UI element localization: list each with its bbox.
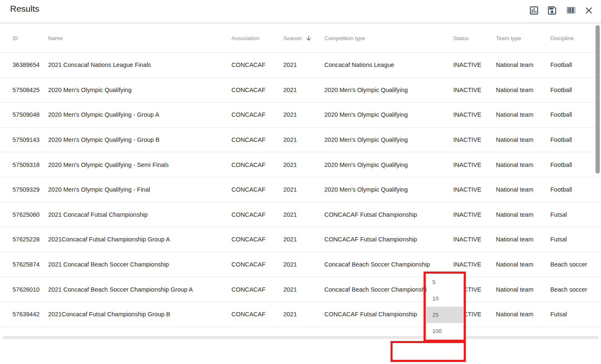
column-header-season[interactable]: Season [283, 24, 312, 52]
cell-discipline: Futsal [550, 227, 567, 252]
cell-status: INACTIVE [453, 128, 481, 152]
cell-competition-type: 2020 Men's Olympic Qualifying [324, 78, 408, 103]
cell-name: 2020 Men's Olympic Qualifying - Final [48, 177, 150, 202]
cell-status: INACTIVE [453, 252, 481, 277]
cell-team-type: National team [496, 53, 533, 77]
cell-status: INACTIVE [453, 203, 481, 227]
cell-id: 57625228 [13, 227, 40, 252]
cell-association: CONCACAF [231, 103, 265, 127]
cell-status: INACTIVE [453, 53, 481, 77]
cell-association: CONCACAF [231, 252, 265, 277]
column-header-competition-type[interactable]: Competition type [324, 24, 365, 52]
vertical-scrollbar-thumb[interactable] [596, 25, 600, 174]
save-icon [547, 10, 557, 17]
save-button[interactable] [547, 5, 557, 16]
cell-season: 2021 [283, 103, 297, 127]
cell-team-type: National team [496, 152, 533, 177]
cell-discipline: Futsal [550, 302, 567, 327]
cell-name: 2021 Concacaf Nations League Finals [48, 53, 151, 77]
cell-name: 2021Concacaf Futsal Championship Group B [48, 302, 170, 327]
cell-association: CONCACAF [231, 227, 265, 252]
page-size-option-5[interactable]: 5 [426, 274, 463, 290]
cell-status: INACTIVE [453, 227, 481, 252]
cell-team-type: National team [496, 103, 533, 127]
cell-id: 57509143 [13, 128, 40, 152]
table-row[interactable]: 57508425 2020 Men's Olympic Qualifying C… [0, 77, 601, 103]
page-title: Results [10, 4, 39, 14]
cell-association: CONCACAF [231, 277, 265, 302]
column-header-team-type[interactable]: Team type [496, 24, 521, 52]
cell-season: 2021 [283, 152, 297, 177]
cell-status: INACTIVE [453, 103, 481, 127]
insert-chart-button[interactable] [529, 5, 539, 16]
column-header-association[interactable]: Association [231, 24, 259, 52]
cell-association: CONCACAF [231, 78, 265, 103]
column-header-name[interactable]: Name [48, 24, 63, 52]
cell-discipline: Beach soccer [550, 252, 587, 277]
cell-season: 2021 [283, 128, 297, 152]
cell-id: 36389654 [13, 53, 40, 77]
cell-season: 2021 [283, 302, 297, 327]
table-header-row: ID Name Association Season Competition t… [0, 24, 601, 52]
table-row[interactable]: 36389654 2021 Concacaf Nations League Fi… [0, 52, 601, 77]
cell-id: 57625060 [13, 203, 40, 227]
cell-name: 2021 Concacaf Beach Soccer Championship … [48, 277, 193, 302]
table-row[interactable]: 57625228 2021Concacaf Futsal Championshi… [0, 227, 601, 252]
cell-discipline: Beach soccer [550, 277, 587, 302]
cell-team-type: National team [496, 78, 533, 103]
results-dialog: Results ID Name Association [0, 0, 601, 364]
cell-id: 57639442 [13, 302, 40, 327]
cell-competition-type: Concacaf Beach Soccer Championship [324, 277, 430, 302]
cell-discipline: Football [550, 152, 572, 177]
cell-name: 2020 Men's Olympic Qualifying - Group A [48, 103, 159, 127]
columns-button[interactable] [565, 5, 576, 16]
cell-competition-type: 2020 Men's Olympic Qualifying [324, 152, 408, 177]
column-header-id[interactable]: ID [13, 24, 18, 52]
cell-season: 2021 [283, 227, 297, 252]
close-icon [583, 10, 594, 17]
cell-association: CONCACAF [231, 53, 265, 77]
table-row[interactable]: 57625874 2021 Concacaf Beach Soccer Cham… [0, 252, 601, 277]
cell-discipline: Football [550, 78, 572, 103]
cell-name: 2020 Men's Olympic Qualifying - Semi Fin… [48, 152, 169, 177]
cell-id: 57509318 [13, 152, 40, 177]
cell-id: 57509329 [13, 177, 40, 202]
cell-competition-type: CONCACAF Futsal Championship [324, 302, 417, 327]
paginator: Items per page 25 1 - 25 de 530 [0, 339, 601, 364]
column-header-discipline[interactable]: Discipline [550, 24, 574, 52]
horizontal-scrollbar[interactable] [3, 336, 598, 339]
cell-name: 2020 Men's Olympic Qualifying [48, 78, 131, 103]
cell-id: 57508425 [13, 78, 40, 103]
page-size-option-100[interactable]: 100 [426, 323, 463, 339]
table-row[interactable]: 57639442 2021Concacaf Futsal Championshi… [0, 302, 601, 327]
cell-competition-type: Concacaf Beach Soccer Championship [324, 252, 430, 277]
column-header-season-label: Season [283, 35, 302, 41]
page-size-option-25[interactable]: 25 [426, 307, 463, 323]
cell-season: 2021 [283, 252, 297, 277]
cell-competition-type: CONCACAF Futsal Championship [324, 203, 417, 227]
table-row[interactable]: 57626010 2021 Concacaf Beach Soccer Cham… [0, 277, 601, 302]
table-row[interactable]: 57509329 2020 Men's Olympic Qualifying -… [0, 177, 601, 202]
page-size-option-10[interactable]: 10 [426, 290, 463, 307]
cell-team-type: National team [496, 277, 533, 302]
cell-name: 2021 Concacaf Futsal Championship [48, 203, 148, 227]
column-header-status[interactable]: Status [453, 24, 469, 52]
table-row[interactable]: 57625060 2021 Concacaf Futsal Championsh… [0, 202, 601, 227]
insert-chart-icon [529, 10, 539, 17]
cell-discipline: Football [550, 53, 572, 77]
cell-name: 2021Concacaf Futsal Championship Group A [48, 227, 170, 252]
sort-desc-arrow-icon [305, 35, 312, 42]
cell-season: 2021 [283, 78, 297, 103]
page-size-menu: 5 10 25 100 [426, 274, 463, 339]
cell-competition-type: 2020 Men's Olympic Qualifying [324, 177, 408, 202]
cell-status: INACTIVE [453, 152, 481, 177]
table-row[interactable]: 57509318 2020 Men's Olympic Qualifying -… [0, 152, 601, 177]
cell-id: 57509048 [13, 103, 40, 127]
cell-discipline: Football [550, 128, 572, 152]
cell-name: 2020 Men's Olympic Qualifying - Group B [48, 128, 159, 152]
cell-season: 2021 [283, 53, 297, 77]
table-row[interactable]: 57509048 2020 Men's Olympic Qualifying -… [0, 102, 601, 127]
table-row[interactable]: 57509143 2020 Men's Olympic Qualifying -… [0, 127, 601, 152]
cell-team-type: National team [496, 302, 533, 327]
close-button[interactable] [583, 5, 594, 16]
